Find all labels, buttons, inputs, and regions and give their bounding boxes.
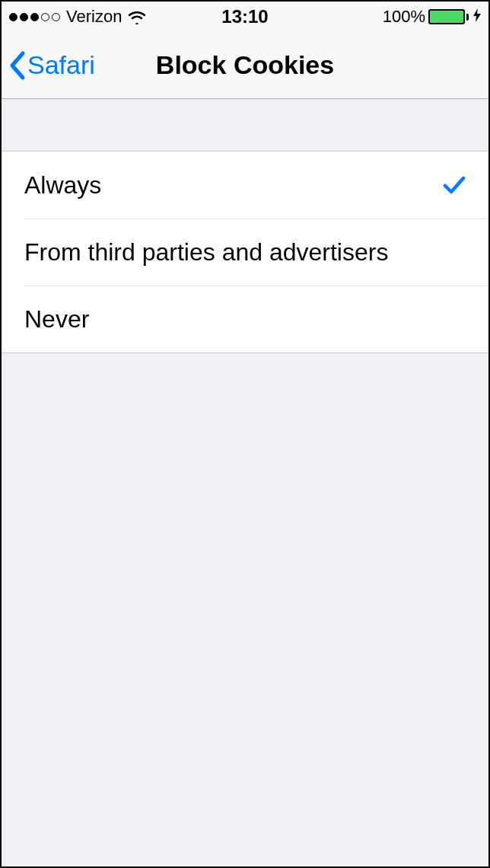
nav-bar: Safari Block Cookies — [2, 32, 488, 99]
status-right: 100% — [383, 7, 481, 27]
option-row-never[interactable]: Never — [24, 286, 488, 353]
page-title: Block Cookies — [2, 50, 488, 80]
option-row-always[interactable]: Always — [2, 152, 488, 219]
options-list: Always From third parties and advertiser… — [2, 151, 488, 353]
charging-bolt-icon — [473, 7, 481, 27]
option-label: Never — [24, 305, 89, 333]
option-label: Always — [24, 171, 101, 199]
battery-percent-label: 100% — [383, 7, 425, 27]
status-bar: Verizon 13:10 100% — [2, 2, 488, 32]
content-area: Always From third parties and advertiser… — [2, 99, 488, 353]
option-row-third-parties[interactable]: From third parties and advertisers — [24, 219, 488, 286]
checkmark-icon — [443, 175, 466, 195]
battery-icon — [428, 9, 469, 24]
section-spacer — [2, 99, 488, 151]
option-label: From third parties and advertisers — [24, 238, 388, 266]
